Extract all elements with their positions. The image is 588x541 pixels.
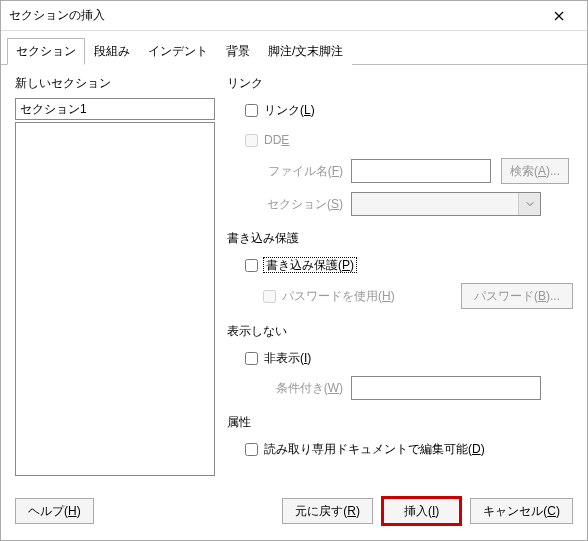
right-column: リンク リンク(L) DDE ファイル名(F) 検索(A)... セクション(S…: [227, 75, 573, 476]
browse-button: 検索(A)...: [501, 158, 569, 184]
close-icon: [554, 11, 564, 21]
close-button[interactable]: [539, 2, 579, 30]
protect-checkbox[interactable]: [245, 259, 258, 272]
filename-label: ファイル名(F): [263, 163, 343, 180]
password-button: パスワード(B)...: [461, 283, 573, 309]
editable-checkbox-label: 読み取り専用ドキュメントで編集可能(D): [264, 441, 485, 458]
hide-checkbox[interactable]: [245, 352, 258, 365]
tab-background[interactable]: 背景: [217, 38, 259, 65]
condition-label: 条件付き(W): [263, 380, 343, 397]
dde-checkbox-label: DDE: [264, 133, 289, 147]
new-section-label: 新しいセクション: [15, 75, 215, 92]
condition-input[interactable]: [351, 376, 541, 400]
hide-group: 表示しない 非表示(I) 条件付き(W): [227, 323, 573, 400]
help-button[interactable]: ヘルプ(H): [15, 498, 94, 524]
protect-group-label: 書き込み保護: [227, 230, 573, 247]
protect-checkbox-label: 書き込み保護(P): [264, 257, 356, 274]
chevron-down-icon: [518, 193, 540, 215]
link-section-select: [351, 192, 541, 216]
link-group: リンク リンク(L) DDE ファイル名(F) 検索(A)... セクション(S…: [227, 75, 573, 216]
section-name-input[interactable]: [15, 98, 215, 120]
hide-checkbox-label: 非表示(I): [264, 350, 311, 367]
attr-group-label: 属性: [227, 414, 573, 431]
hide-group-label: 表示しない: [227, 323, 573, 340]
insert-button[interactable]: 挿入(I): [381, 496, 462, 526]
left-column: 新しいセクション: [15, 75, 215, 476]
titlebar: セクションの挿入: [1, 1, 587, 31]
content-area: 新しいセクション リンク リンク(L) DDE ファイル名(F): [1, 65, 587, 486]
dialog-title: セクションの挿入: [9, 7, 539, 24]
tab-indent[interactable]: インデント: [139, 38, 217, 65]
reset-button[interactable]: 元に戻す(R): [282, 498, 373, 524]
link-checkbox-label: リンク(L): [264, 102, 315, 119]
section-list[interactable]: [15, 122, 215, 476]
tab-columns[interactable]: 段組み: [85, 38, 139, 65]
link-section-label: セクション(S): [263, 196, 343, 213]
protect-group: 書き込み保護 書き込み保護(P) パスワードを使用(H) パスワード(B)...: [227, 230, 573, 309]
link-checkbox[interactable]: [245, 104, 258, 117]
editable-checkbox[interactable]: [245, 443, 258, 456]
usepw-checkbox: [263, 290, 276, 303]
attr-group: 属性 読み取り専用ドキュメントで編集可能(D): [227, 414, 573, 461]
usepw-checkbox-label: パスワードを使用(H): [282, 288, 395, 305]
link-group-label: リンク: [227, 75, 573, 92]
dialog-window: セクションの挿入 セクション 段組み インデント 背景 脚注/文末脚注 新しいセ…: [0, 0, 588, 541]
filename-input[interactable]: [351, 159, 491, 183]
dde-checkbox: [245, 134, 258, 147]
tab-footnotes[interactable]: 脚注/文末脚注: [259, 38, 352, 65]
cancel-button[interactable]: キャンセル(C): [470, 498, 573, 524]
tab-strip: セクション 段組み インデント 背景 脚注/文末脚注: [1, 31, 587, 65]
tab-section[interactable]: セクション: [7, 38, 85, 65]
footer: ヘルプ(H) 元に戻す(R) 挿入(I) キャンセル(C): [1, 486, 587, 540]
